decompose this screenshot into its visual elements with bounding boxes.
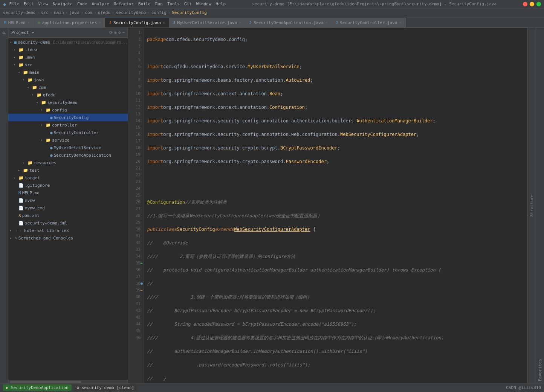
breadcrumb-item[interactable]: SecurityConfig	[172, 10, 207, 15]
project-icon[interactable]: P	[1, 29, 8, 36]
menu-run[interactable]: Run	[155, 2, 163, 6]
tab-security-demo-application[interactable]: J SecurityDemoApplication.java ×	[245, 18, 332, 27]
tab-close-icon[interactable]: ×	[28, 21, 30, 25]
tab-my-user-detail-service[interactable]: J MyUserDetailService.java ×	[169, 18, 246, 27]
tree-item-service[interactable]: ▾ 📁 service	[8, 136, 128, 144]
folder-icon: 📁	[32, 85, 37, 90]
tree-item-iml[interactable]: 📄 security-demo.iml	[8, 219, 128, 227]
main-content: P Project ▾ ⟳ ≡ ⚙ − ▾ ■ security-demo E:…	[0, 28, 544, 383]
ln-38: 38 ●	[130, 280, 141, 287]
breadcrumb-item[interactable]: securitydemo	[116, 10, 146, 15]
menu-code[interactable]: Code	[77, 2, 87, 6]
code-editor[interactable]: 1 2 3 4 5 6 7 8 9 10 11 12 13 14 15 16 1…	[128, 28, 527, 383]
project-panel-scrollbar[interactable]	[8, 380, 128, 383]
tab-close-icon[interactable]: ×	[399, 21, 402, 25]
ln-23: 23	[130, 178, 141, 185]
breadcrumb-item[interactable]: config	[151, 10, 167, 15]
ln-45: 45	[130, 328, 141, 334]
tree-arrow-icon: ▸	[10, 229, 14, 232]
menu-view[interactable]: View	[38, 2, 48, 6]
tree-item-security-controller[interactable]: ● SecurityController	[8, 129, 128, 136]
menu-refactor[interactable]: Refactor	[114, 2, 134, 6]
breadcrumb-item[interactable]: com	[85, 10, 92, 15]
tab-security-controller[interactable]: J SecurityController.java ×	[332, 18, 406, 27]
menu-analyze[interactable]: Analyze	[92, 2, 109, 6]
tab-close-icon[interactable]: ×	[239, 21, 241, 25]
tree-item-help-md[interactable]: M HELP.md	[8, 189, 128, 197]
menu-help[interactable]: Help	[216, 2, 226, 6]
menu-edit[interactable]: Edit	[24, 2, 34, 6]
settings-icon[interactable]: ⚙	[118, 30, 121, 35]
line-numbers: 1 2 3 4 5 6 7 8 9 10 11 12 13 14 15 16 1…	[128, 28, 144, 383]
menu-bar[interactable]: File Edit View Navigate Code Analyze Ref…	[9, 2, 226, 6]
tab-security-config[interactable]: J SecurityConfig.java ×	[105, 18, 169, 27]
maximize-button[interactable]	[536, 2, 541, 6]
tree-item-label: SecurityController	[54, 130, 99, 135]
tree-item-external-libs[interactable]: ▸ ⋮⋮ External Libraries	[8, 227, 128, 234]
collapse-all-icon[interactable]: ≡	[114, 30, 117, 35]
tree-item-pom-xml[interactable]: X pom.xml	[8, 212, 128, 219]
code-content[interactable]: package com.qfedu.securitydemo.config; i…	[144, 28, 527, 383]
tree-item-target[interactable]: ▸ 📁 target	[8, 174, 128, 182]
tree-item-label: java	[34, 78, 44, 82]
tree-item-mvn[interactable]: ▸ 📁 .mvn	[8, 53, 128, 61]
breadcrumb-item[interactable]: main	[54, 10, 64, 15]
code-line-24: // authenticationManagerBuilder.inMemory…	[147, 348, 524, 355]
breadcrumb-item[interactable]: src	[41, 10, 49, 15]
menu-tools[interactable]: Tools	[167, 2, 180, 6]
tree-item-scratches[interactable]: ▸ ✎ Scratches and Consoles	[8, 234, 128, 242]
tree-arrow-icon: ▸	[23, 161, 26, 165]
structure-panel[interactable]: Structure	[527, 28, 536, 383]
sync-icon[interactable]: ⟳	[109, 30, 113, 35]
tree-item-securitydemo[interactable]: ▾ 📁 securitydemo	[8, 99, 128, 106]
menu-navigate[interactable]: Navigate	[53, 2, 73, 6]
tree-item-mvnw-cmd[interactable]: 📄 mvnw.cmd	[8, 204, 128, 212]
tree-item-mvnw[interactable]: 📄 mvnw	[8, 197, 128, 204]
tab-close-icon[interactable]: ×	[99, 21, 101, 25]
tree-item-java[interactable]: ▾ 📁 java	[8, 76, 128, 84]
tree-item-security-config[interactable]: ● SecurityConfig	[8, 114, 128, 121]
csdn-credit: CSDN @iiiis310	[506, 385, 541, 390]
tree-item-test[interactable]: ▸ 📁 test	[8, 166, 128, 174]
breadcrumb-item[interactable]: qfedu	[98, 10, 110, 15]
tab-application-properties[interactable]: ⚙ application.properties ×	[34, 18, 105, 27]
run-button[interactable]: ▶ SecurityDemoApplication	[3, 384, 72, 391]
minimize-panel-icon[interactable]: −	[122, 30, 125, 35]
tree-item-com[interactable]: ▾ 📁 com	[8, 84, 128, 91]
code-line-5: import org.springframework.context.annot…	[147, 90, 524, 97]
window-controls[interactable]	[523, 2, 541, 6]
breadcrumb-item[interactable]: java	[69, 10, 79, 15]
menu-file[interactable]: File	[9, 2, 19, 6]
tree-item-idea[interactable]: ▸ 📁 .idea	[8, 46, 128, 53]
code-line-14: //1.编写一个类继承WebSecurityConfigurerAdapter(…	[147, 212, 524, 219]
folder-icon: 📁	[18, 63, 24, 67]
tree-item-qfedu[interactable]: ▾ 📁 qfedu	[8, 91, 128, 99]
minimize-button[interactable]	[530, 2, 534, 6]
code-line-7: import org.springframework.security.conf…	[147, 117, 524, 124]
spacer	[45, 146, 49, 149]
menu-window[interactable]: Window	[196, 2, 211, 6]
build-button[interactable]: ⚙ security-demo [clean]	[74, 384, 137, 391]
ln-24: 24	[130, 185, 141, 192]
tree-item-controller[interactable]: ▾ 📁 controller	[8, 121, 128, 129]
close-button[interactable]	[523, 2, 527, 6]
breadcrumb-item[interactable]: security-demo	[3, 10, 35, 15]
menu-build[interactable]: Build	[138, 2, 151, 6]
tree-item-gitignore[interactable]: 📄 .gitignore	[8, 182, 128, 189]
tab-help-md[interactable]: M HELP.md ×	[0, 18, 34, 27]
tree-item-resources[interactable]: ▸ 📁 resources	[8, 159, 128, 166]
menu-git[interactable]: Git	[184, 2, 192, 6]
tree-item-main[interactable]: ▾ 📁 main	[8, 69, 128, 76]
props-icon: ⚙	[38, 20, 40, 25]
code-line-25: // .password(encodedPassword).roles("iii…	[147, 361, 524, 368]
tree-item-src[interactable]: ▾ 📁 src	[8, 61, 128, 69]
tab-close-icon[interactable]: ×	[163, 21, 165, 25]
tree-item-security-demo[interactable]: ▾ ■ security-demo E:\idaeWorkplace\qfedu…	[8, 38, 128, 46]
java-icon: J	[336, 20, 338, 25]
tab-close-icon[interactable]: ×	[325, 21, 328, 25]
tree-item-config[interactable]: ▾ 📁 config	[8, 106, 128, 114]
tree-item-my-user-detail-service[interactable]: ● MyUserDetailService	[8, 144, 128, 151]
project-label: Project	[11, 30, 29, 35]
tree-item-label: main	[29, 70, 40, 75]
tree-item-security-demo-application[interactable]: ● SecurityDemoApplication	[8, 151, 128, 159]
